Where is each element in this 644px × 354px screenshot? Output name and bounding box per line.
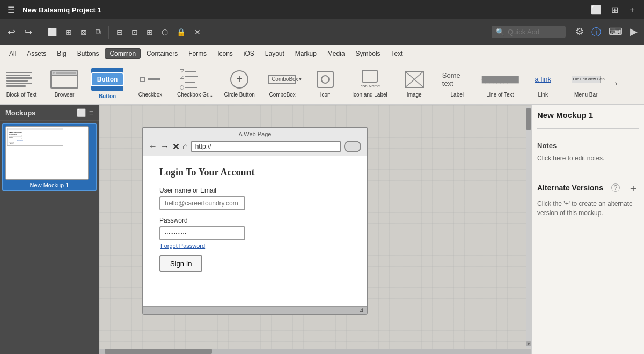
- sidebar: Mockups ⬜ ≡ A Web Page Login: [0, 105, 99, 354]
- tool-6[interactable]: ⊡: [128, 26, 141, 39]
- wf-home-button[interactable]: ⌂: [182, 142, 188, 151]
- rp-divider-2: [537, 172, 639, 172]
- canvas-area[interactable]: A Web Page ← → ✕ ⌂ Login To Your Account…: [99, 105, 531, 354]
- menu-icon[interactable]: ☰: [5, 4, 17, 16]
- tool-2[interactable]: ⊞: [62, 26, 75, 39]
- cat-buttons[interactable]: Buttons: [72, 48, 104, 59]
- tool-9[interactable]: 🔒: [173, 26, 189, 39]
- cat-forms[interactable]: Forms: [184, 48, 211, 59]
- tool-8[interactable]: ⬡: [158, 26, 171, 39]
- wf-close-button[interactable]: ✕: [172, 142, 179, 152]
- grid-icon[interactable]: ⊞: [609, 4, 620, 16]
- rp-alt-versions-note: Click the '+' to create an alternate ver…: [537, 200, 639, 218]
- tool-3[interactable]: ⊠: [77, 26, 90, 39]
- mockup-name: New Mockup 1: [5, 182, 93, 188]
- vertical-scrollbar[interactable]: ▼: [526, 107, 531, 348]
- comp-icon-and-label[interactable]: Icon Name Icon and Label: [352, 69, 387, 98]
- wf-title-bar: A Web Page ← → ✕ ⌂: [143, 128, 367, 156]
- cat-assets[interactable]: Assets: [22, 48, 51, 59]
- main-area: Mockups ⬜ ≡ A Web Page Login: [0, 105, 644, 354]
- comp-menu-bar-label: Menu Bar: [574, 92, 597, 98]
- info-icon[interactable]: ⓘ: [589, 25, 603, 40]
- wf-username-input[interactable]: [159, 196, 245, 210]
- comp-button-label: Button: [99, 93, 116, 99]
- comp-checkbox[interactable]: Checkbox: [134, 69, 166, 98]
- component-icons: Block of Text Browser Button Button: [0, 62, 644, 105]
- keyboard-icon[interactable]: ⌨: [606, 25, 625, 40]
- cat-icons[interactable]: Icons: [213, 48, 238, 59]
- wf-footer: ⊿: [143, 306, 367, 314]
- panel-icon[interactable]: ⬜: [589, 4, 604, 16]
- sidebar-title: Mockups: [5, 109, 35, 117]
- cat-layout[interactable]: Layout: [260, 48, 289, 59]
- add-icon[interactable]: ＋: [626, 3, 639, 17]
- comp-combobox[interactable]: ComboBox▼ ComboBox: [266, 69, 298, 98]
- cat-symbols[interactable]: Symbols: [351, 48, 385, 59]
- wf-username-label: User name or Email: [159, 187, 350, 194]
- tool-1[interactable]: ⬜: [45, 26, 60, 39]
- rp-mockup-name: New Mockup 1: [537, 110, 639, 120]
- tool-4[interactable]: ⧉: [92, 25, 104, 39]
- mockup-thumbnail: A Web Page Login To Your Account User na…: [5, 126, 89, 180]
- redo-button[interactable]: ↪: [21, 24, 35, 40]
- tool-10[interactable]: ✕: [191, 26, 204, 39]
- component-scroll-right[interactable]: ›: [613, 79, 620, 87]
- cat-big[interactable]: Big: [52, 48, 71, 59]
- rp-notes-label: Notes: [537, 142, 639, 150]
- mockup-item[interactable]: A Web Page Login To Your Account User na…: [2, 123, 97, 191]
- rp-alt-versions-label: Alternate Versions: [537, 183, 603, 192]
- wireframe: A Web Page ← → ✕ ⌂ Login To Your Account…: [142, 127, 368, 315]
- toolbar-right-icons: ⚙ ⓘ ⌨ ▶: [573, 25, 640, 40]
- comp-icon-and-label-label: Icon and Label: [352, 92, 387, 98]
- cat-markup[interactable]: Markup: [290, 48, 321, 59]
- toolbar: ↩ ↪ ⬜ ⊞ ⊠ ⧉ ⊟ ⊡ ⊞ ⬡ 🔒 ✕ 🔍 ⚙ ⓘ ⌨ ▶: [0, 19, 644, 45]
- comp-link[interactable]: a link Link: [527, 69, 559, 98]
- rp-divider-1: [537, 128, 639, 129]
- cat-containers[interactable]: Containers: [142, 48, 182, 59]
- wf-sign-in-button[interactable]: Sign In: [159, 255, 202, 272]
- wf-forgot-password-link[interactable]: Forgot Password: [160, 242, 350, 249]
- comp-checkbox-group[interactable]: ✓ ✓ Checkbox Gr...: [177, 69, 213, 98]
- cat-media[interactable]: Media: [323, 48, 350, 59]
- tool-5[interactable]: ⊟: [113, 26, 126, 39]
- rp-notes-text[interactable]: Click here to edit notes.: [537, 154, 639, 163]
- wf-password-label: Password: [159, 217, 350, 224]
- wf-url-input[interactable]: [191, 141, 341, 152]
- comp-image-label: Image: [407, 92, 422, 98]
- wf-resize-icon: ⊿: [359, 307, 363, 313]
- comp-line-of-text-label: Line of Text: [486, 92, 514, 98]
- wf-content: Login To Your Account User name or Email…: [143, 156, 367, 306]
- tool-7[interactable]: ⊞: [143, 26, 156, 39]
- right-panel: New Mockup 1 Notes Click here to edit no…: [531, 105, 644, 354]
- cat-all[interactable]: All: [4, 48, 21, 59]
- search-icon: 🔍: [496, 28, 504, 36]
- rp-add-alt-button[interactable]: ＋: [628, 181, 639, 195]
- comp-circle-button[interactable]: + Circle Button: [223, 69, 255, 98]
- sidebar-header: Mockups ⬜ ≡: [0, 105, 99, 121]
- comp-line-of-text[interactable]: ██████████ Line of Text: [484, 69, 516, 98]
- comp-block-of-text-label: Block of Text: [6, 92, 37, 98]
- sidebar-toggle-icon[interactable]: ⬜: [77, 108, 86, 117]
- play-icon[interactable]: ▶: [628, 25, 640, 40]
- comp-image[interactable]: Image: [398, 69, 430, 98]
- wf-forward-button[interactable]: →: [160, 142, 169, 151]
- settings-icon[interactable]: ⚙: [573, 25, 586, 40]
- comp-menu-bar[interactable]: FileEditViewHelp Menu Bar: [570, 69, 602, 98]
- wf-password-input[interactable]: [159, 226, 245, 240]
- rp-help-icon[interactable]: ?: [611, 183, 620, 192]
- comp-browser[interactable]: Browser: [48, 69, 80, 98]
- cat-text[interactable]: Text: [386, 48, 408, 59]
- sidebar-menu-icon[interactable]: ≡: [89, 108, 93, 117]
- undo-button[interactable]: ↩: [4, 24, 19, 40]
- cat-common[interactable]: Common: [105, 48, 141, 59]
- cat-ios[interactable]: iOS: [239, 48, 259, 59]
- comp-block-of-text[interactable]: Block of Text: [5, 69, 38, 98]
- horizontal-scrollbar[interactable]: [99, 349, 531, 354]
- wf-search-button[interactable]: [344, 141, 361, 152]
- quick-add-input[interactable]: [508, 28, 561, 36]
- comp-button[interactable]: Button Button: [91, 68, 123, 99]
- wf-login-title: Login To Your Account: [159, 167, 350, 178]
- comp-icon[interactable]: Icon: [309, 69, 341, 98]
- wf-back-button[interactable]: ←: [149, 142, 157, 151]
- comp-label[interactable]: Some text Label: [441, 69, 473, 98]
